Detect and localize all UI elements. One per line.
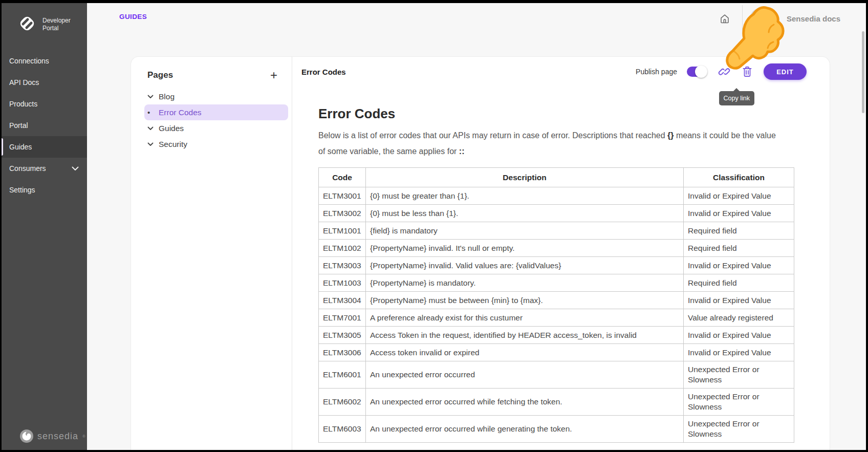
sidebar-item-guides[interactable]: Guides — [2, 136, 87, 158]
code-cell: ELTM6001 — [319, 361, 366, 389]
tree-item-blog[interactable]: Blog — [147, 89, 279, 104]
error-codes-table: Code Description Classification ELTM3001… — [318, 167, 794, 443]
intro-paragraph: Below is a list of error codes that our … — [318, 127, 830, 159]
scrollbar[interactable] — [860, 3, 866, 450]
bullet-icon: • — [147, 109, 150, 116]
table-row: ELTM6003An unexpected error occurred whi… — [319, 416, 794, 443]
table-row: ELTM6001An unexpected error occurredUnex… — [319, 361, 794, 389]
table-row: ELTM1003{PropertyName} is mandatory.Requ… — [319, 274, 794, 292]
code-cell: ELTM7001 — [319, 309, 366, 327]
description-cell: {PropertyName} invalid. Valid values are… — [366, 257, 684, 274]
add-page-button[interactable]: + — [268, 69, 279, 81]
code-cell: ELTM3001 — [319, 187, 366, 205]
chevron-down-icon — [147, 126, 154, 131]
screenshot-frame: Developer Portal Connections API Docs Pr… — [0, 0, 868, 452]
avatar[interactable] — [750, 8, 771, 30]
home-icon — [720, 14, 730, 24]
description-cell: {field} is mandatory — [366, 222, 684, 240]
classification-cell: Invalid or Expired Value — [684, 257, 794, 274]
registered-mark: ® — [82, 434, 85, 439]
code-cell: ELTM3005 — [319, 327, 366, 344]
code-cell: ELTM3002 — [319, 205, 366, 222]
page-content: Error Codes Publish page — [292, 57, 830, 450]
developer-portal-logo — [17, 13, 37, 36]
sidebar-item-portal[interactable]: Portal — [2, 115, 87, 136]
description-cell: {PropertyName} must be between {min} to … — [366, 292, 684, 309]
sidebar-nav: Connections API Docs Products Portal Gui… — [2, 50, 87, 201]
link-icon — [718, 66, 730, 78]
code-cell: ELTM6002 — [319, 389, 366, 416]
publish-page-label: Publish page — [636, 68, 677, 76]
code-cell: ELTM3003 — [319, 257, 366, 274]
page-title: Error Codes — [318, 106, 830, 121]
sidebar-item-consumers[interactable]: Consumers — [2, 158, 87, 179]
classification-cell: Required field — [684, 222, 794, 240]
trash-icon — [742, 66, 752, 77]
scrollbar-thumb[interactable] — [862, 31, 864, 113]
avatar-logo-icon — [753, 11, 768, 27]
pages-panel: Pages + Blog • Error Codes — [131, 57, 292, 450]
classification-cell: Invalid or Expired Value — [684, 327, 794, 344]
description-cell: A preference already exist for this cust… — [366, 309, 684, 327]
code-cell: ELTM6003 — [319, 416, 366, 443]
classification-cell: Unexpected Error or Slowness — [684, 389, 794, 416]
page-toolbar-title: Error Codes — [301, 68, 346, 76]
description-cell: An unexpected error occurred — [366, 361, 684, 389]
sidebar-item-api-docs[interactable]: API Docs — [2, 72, 87, 93]
chevron-down-icon — [147, 95, 154, 99]
tree-item-guides[interactable]: Guides — [147, 120, 279, 136]
classification-cell: Required field — [684, 240, 794, 257]
guides-card: Pages + Blog • Error Codes — [131, 56, 830, 450]
classification-cell: Required field — [684, 274, 794, 292]
table-row: ELTM3001{0} must be greater than {1}.Inv… — [319, 187, 794, 205]
col-header-description: Description — [366, 168, 684, 187]
copy-link-tooltip: Copy link — [719, 91, 754, 105]
main-area: GUIDES Sensedia docs — [87, 3, 866, 450]
article: Error Codes Below is a list of error cod… — [292, 87, 830, 443]
description-cell: {PropertyName} is mandatory. — [366, 274, 684, 292]
code-cell: ELTM3004 — [319, 292, 366, 309]
sidebar-item-settings[interactable]: Settings — [2, 179, 87, 201]
table-row: ELTM3002{0} must be less than {1}.Invali… — [319, 205, 794, 222]
description-cell: {PropertyName} invalid. It's null or emp… — [366, 240, 684, 257]
description-cell: An unexpected error occurred while gener… — [366, 416, 684, 443]
error-table-body: ELTM3001{0} must be greater than {1}.Inv… — [319, 187, 794, 443]
delete-page-button[interactable] — [741, 65, 754, 78]
classification-cell: Invalid or Expired Value — [684, 344, 794, 361]
table-row: ELTM3005Access Token in the request, ide… — [319, 327, 794, 344]
header-divider — [742, 5, 743, 32]
account-name[interactable]: Sensedia docs — [787, 14, 840, 23]
pages-title: Pages — [147, 70, 173, 80]
top-right-cluster: Sensedia docs — [716, 3, 840, 34]
table-row: ELTM1001{field} is mandatoryRequired fie… — [319, 222, 794, 240]
page-toolbar: Error Codes Publish page — [292, 57, 830, 87]
developer-portal-brand: Developer Portal — [2, 3, 87, 36]
col-header-code: Code — [319, 168, 366, 187]
table-row: ELTM1002{PropertyName} invalid. It's nul… — [319, 240, 794, 257]
chevron-down-icon — [72, 166, 79, 171]
classification-cell: Invalid or Expired Value — [684, 292, 794, 309]
table-row: ELTM6002An unexpected error occurred whi… — [319, 389, 794, 416]
table-row: ELTM7001A preference already exist for t… — [319, 309, 794, 327]
description-cell: An unexpected error occurred while fetch… — [366, 389, 684, 416]
chevron-down-icon — [147, 142, 154, 146]
toggle-knob — [695, 66, 707, 78]
tree-item-error-codes[interactable]: • Error Codes — [144, 104, 288, 120]
edit-button[interactable]: EDIT — [764, 63, 807, 80]
classification-cell: Unexpected Error or Slowness — [684, 416, 794, 443]
pages-tree: Blog • Error Codes Guides Security — [147, 89, 279, 152]
sidebar-item-connections[interactable]: Connections — [2, 50, 87, 72]
home-button[interactable] — [716, 10, 733, 27]
table-row: ELTM3006Access token invalid or expiredI… — [319, 344, 794, 361]
brand-text: Developer Portal — [42, 17, 71, 32]
tree-item-security[interactable]: Security — [147, 136, 279, 152]
code-cell: ELTM1002 — [319, 240, 366, 257]
description-cell: {0} must be greater than {1}. — [366, 187, 684, 205]
description-cell: Access token invalid or expired — [366, 344, 684, 361]
code-cell: ELTM1003 — [319, 274, 366, 292]
sidebar-item-products[interactable]: Products — [2, 93, 87, 115]
publish-toggle[interactable] — [687, 67, 706, 77]
breadcrumb: GUIDES — [119, 13, 147, 20]
code-cell: ELTM3006 — [319, 344, 366, 361]
copy-link-button[interactable] — [718, 65, 731, 78]
